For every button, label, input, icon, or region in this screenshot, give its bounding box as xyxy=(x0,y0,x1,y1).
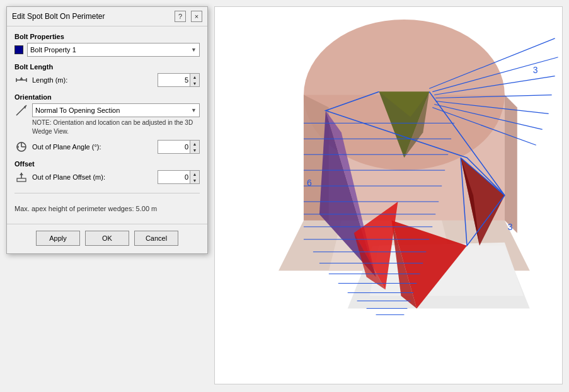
angle-up[interactable]: ▲ xyxy=(190,141,199,147)
orientation-dropdown[interactable]: Normal To Opening Section ▼ xyxy=(32,103,200,117)
offset-section: Offset Out of Plane Offset (m): ▲ xyxy=(14,160,200,184)
angle-down[interactable]: ▼ xyxy=(190,147,199,153)
apply-button[interactable]: Apply xyxy=(36,231,80,246)
cancel-button[interactable]: Cancel xyxy=(134,231,178,246)
viewport[interactable]: 3 6 3 xyxy=(214,6,563,384)
bolt-length-field-label: Length (m): xyxy=(32,76,154,84)
bolt-property-dropdown[interactable]: Bolt Property 1 ▼ xyxy=(27,43,200,57)
offset-spinner: ▲ ▼ xyxy=(190,171,199,183)
orientation-value: Normal To Opening Section xyxy=(35,107,191,114)
main-container: Edit Spot Bolt On Perimeter ? × Bolt Pro… xyxy=(0,0,569,392)
bolt-property-swatch xyxy=(14,45,23,54)
bolt-length-up[interactable]: ▲ xyxy=(190,74,199,80)
bolt-length-icon xyxy=(14,73,28,87)
bolt-properties-label: Bolt Properties xyxy=(14,33,200,40)
bolt-length-section: Bolt Length Length (m): xyxy=(14,63,200,87)
dialog: Edit Spot Bolt On Perimeter ? × Bolt Pro… xyxy=(6,6,208,254)
svg-text:3: 3 xyxy=(508,222,513,232)
offset-input[interactable] xyxy=(158,171,190,183)
svg-text:3: 3 xyxy=(533,65,538,75)
offset-row: Out of Plane Offset (m): ▲ ▼ xyxy=(14,170,200,184)
orientation-angle-icon xyxy=(14,140,28,154)
offset-field-label: Out of Plane Offset (m): xyxy=(32,173,154,181)
dialog-titlebar: Edit Spot Bolt On Perimeter ? × xyxy=(7,7,207,26)
bolt-length-input[interactable] xyxy=(158,74,190,86)
svg-marker-5 xyxy=(24,105,26,109)
bolt-length-input-wrap: ▲ ▼ xyxy=(158,73,200,87)
svg-text:6: 6 xyxy=(307,178,312,188)
orientation-angle-row: Out of Plane Angle (°): ▲ ▼ xyxy=(14,140,200,154)
bolt-property-arrow-icon: ▼ xyxy=(191,47,197,53)
dialog-buttons: Apply OK Cancel xyxy=(7,224,207,253)
svg-marker-17 xyxy=(505,95,517,233)
bolt-property-value: Bolt Property 1 xyxy=(30,46,191,54)
svg-marker-12 xyxy=(20,173,23,175)
offset-down[interactable]: ▼ xyxy=(190,177,199,183)
info-divider xyxy=(14,193,200,193)
offset-up[interactable]: ▲ xyxy=(190,171,199,177)
orientation-icon xyxy=(14,103,28,117)
offset-icon xyxy=(14,170,28,184)
svg-marker-3 xyxy=(20,77,23,80)
orientation-note: NOTE: Orientation and location can be ad… xyxy=(14,118,200,136)
dialog-title-buttons: ? × xyxy=(175,11,202,22)
orientation-dropdown-row: Normal To Opening Section ▼ xyxy=(14,103,200,117)
bolt-properties-dropdown-row: Bolt Property 1 ▼ xyxy=(14,43,200,57)
bolt-length-down[interactable]: ▼ xyxy=(190,80,199,86)
info-text: Max. apex height of perimeter wedges: 5.… xyxy=(14,202,200,215)
orientation-label: Orientation xyxy=(14,93,200,101)
bolt-properties-section: Bolt Properties Bolt Property 1 ▼ xyxy=(14,33,200,57)
angle-spinner: ▲ ▼ xyxy=(190,141,199,153)
bolt-length-label: Bolt Length xyxy=(14,63,200,71)
scene-svg: 3 6 3 xyxy=(215,7,562,384)
ok-button[interactable]: OK xyxy=(85,231,129,246)
svg-point-9 xyxy=(16,146,19,148)
bolt-length-row: Length (m): ▲ ▼ xyxy=(14,73,200,87)
orientation-section: Orientation Normal To Opening Section ▼ … xyxy=(14,93,200,154)
dialog-title: Edit Spot Bolt On Perimeter xyxy=(12,12,105,21)
bolt-length-spinner: ▲ ▼ xyxy=(190,74,199,86)
angle-field-label: Out of Plane Angle (°): xyxy=(32,143,154,151)
orientation-arrow-icon: ▼ xyxy=(191,107,197,113)
angle-input-wrap: ▲ ▼ xyxy=(158,140,200,154)
svg-rect-10 xyxy=(17,178,26,182)
offset-input-wrap: ▲ ▼ xyxy=(158,170,200,184)
close-button[interactable]: × xyxy=(191,11,202,22)
dialog-body: Bolt Properties Bolt Property 1 ▼ Bolt L… xyxy=(7,26,207,221)
angle-input[interactable] xyxy=(158,141,190,153)
help-button[interactable]: ? xyxy=(175,11,186,22)
offset-label: Offset xyxy=(14,160,200,168)
